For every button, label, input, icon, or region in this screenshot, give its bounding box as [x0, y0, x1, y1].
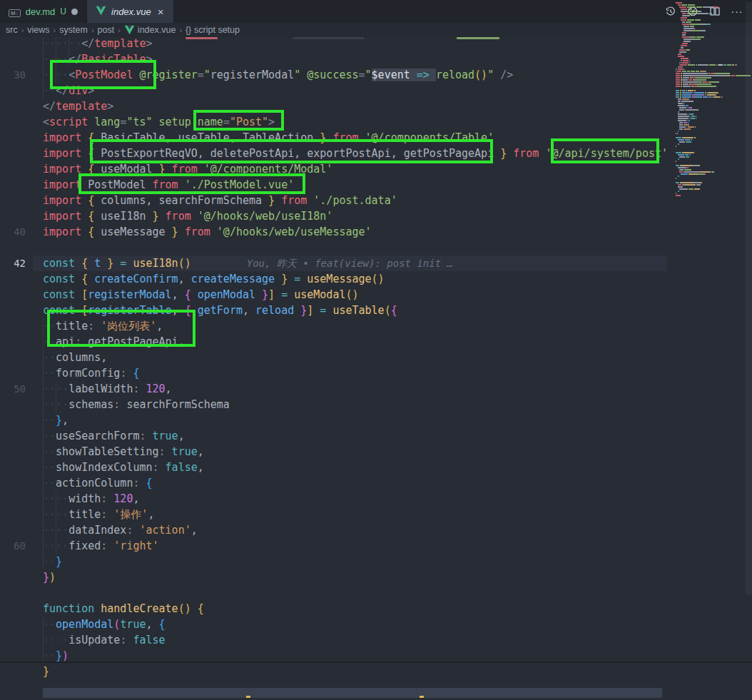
token-pun: >: [107, 100, 113, 113]
token-b2: {: [391, 304, 397, 317]
code-line-66[interactable]: ····isUpdate: false: [43, 632, 166, 648]
code-line-38[interactable]: import { columns, searchFormSchema } fro…: [43, 193, 397, 208]
code-line-61[interactable]: ··}: [43, 554, 62, 569]
token-strg: ": [204, 69, 210, 81]
breadcrumb-item-post[interactable]: post: [98, 25, 115, 35]
minimap[interactable]: [667, 2, 746, 659]
code-line-45[interactable]: const [registerTable, { getForm, reload …: [43, 303, 397, 318]
code-line-51[interactable]: ····schemas: searchFormSchema: [43, 397, 230, 412]
code-line-29[interactable]: ····</BasicTable>: [43, 51, 153, 67]
tab-dev.md[interactable]: M↓dev.mdU: [0, 0, 87, 23]
token-id: dataIndex: [68, 524, 126, 537]
code-line-60[interactable]: ····fixed: 'right': [43, 538, 159, 554]
code-line-53[interactable]: ··useSearchForm: true,: [43, 428, 185, 444]
code-line-49[interactable]: ··formConfig: {: [43, 365, 139, 381]
code-line-50[interactable]: ····labelWidth: 120,: [43, 381, 172, 397]
token-ws: ····: [43, 53, 68, 66]
code-line-68[interactable]: }: [43, 664, 49, 679]
code-editor[interactable]: ······</template>····</BasicTable>30····…: [0, 37, 752, 700]
code-line-28[interactable]: ······</template>: [43, 37, 153, 51]
token-pun: :: [139, 430, 146, 442]
clipped-line-fragment: [186, 37, 218, 39]
code-line-57[interactable]: ····width: 120,: [43, 491, 139, 507]
breadcrumb-item-script-setup[interactable]: {}script setup: [186, 25, 240, 35]
code-line-37[interactable]: import PostModel from './PostModel.vue': [43, 177, 294, 193]
close-icon[interactable]: ×: [156, 6, 166, 18]
code-line-52[interactable]: ··},: [43, 412, 68, 428]
code-line-32[interactable]: </template>: [43, 98, 113, 114]
token-b2: }: [294, 304, 307, 317]
token-b1: ): [49, 571, 56, 584]
clipped-line-fragment: [246, 696, 250, 698]
token-b1: }: [494, 147, 507, 160]
breadcrumb-item-system[interactable]: system: [59, 25, 88, 35]
breadcrumb-item-views[interactable]: views: [27, 25, 49, 35]
code-line-46[interactable]: ··title: '岗位列表',: [43, 318, 163, 334]
token-sel: $event: [372, 69, 410, 81]
code-line-39[interactable]: import { useI18n } from '@/hooks/web/use…: [43, 208, 332, 224]
tab-label: dev.md: [26, 6, 56, 17]
token-b3: {: [139, 477, 152, 490]
token-kw2: const: [43, 304, 75, 317]
token-fn: useI18n: [126, 257, 178, 270]
token-kw: import: [43, 131, 81, 144]
line-number: 60: [0, 538, 26, 554]
token-ws: ··: [43, 414, 56, 427]
token-var: reload: [249, 304, 294, 317]
token-b2: }: [43, 571, 49, 584]
token-b1: }: [313, 131, 326, 144]
token-attr: reload: [436, 69, 474, 81]
code-line-35[interactable]: import { PostExportReqVO, deletePostApi,…: [43, 146, 668, 161]
code-line-31[interactable]: ··</div>: [43, 83, 94, 98]
code-line-36[interactable]: import { useModal } from '@/components/M…: [43, 161, 332, 177]
vertical-scrollbar[interactable]: [746, 2, 752, 594]
tab-index.vue[interactable]: index.vue×: [87, 0, 174, 23]
git-status-badge: U: [60, 6, 66, 16]
token-b3: }: [56, 555, 62, 568]
token-bool: false: [159, 461, 198, 474]
token-b1: }: [153, 163, 166, 176]
code-line-54[interactable]: ··showTableSetting: true,: [43, 444, 204, 460]
token-op: =: [313, 304, 326, 317]
code-line-34[interactable]: import { BasicTable, useTable, TableActi…: [43, 130, 494, 146]
code-line-59[interactable]: ····dataIndex: 'action',: [43, 522, 198, 538]
token-id: columns, searchFormSchema: [94, 194, 262, 207]
line-number: 40: [0, 224, 26, 240]
code-line-44[interactable]: const [registerModal, { openModal }] = u…: [43, 287, 359, 303]
token-id: showTableSetting: [56, 445, 159, 458]
token-pun: :: [75, 335, 81, 348]
code-line-62[interactable]: }): [43, 569, 56, 585]
token-id: ,: [178, 273, 185, 285]
clipped-line-fragment: [420, 696, 424, 698]
code-line-58[interactable]: ····title: '操作',: [43, 507, 154, 522]
token-id: title: [56, 320, 88, 333]
dirty-indicator-icon[interactable]: [71, 9, 78, 15]
selected-line-bar[interactable]: [43, 688, 662, 698]
code-line-42[interactable]: const { t } = useI18n()You, 昨天 • feat(vi…: [43, 255, 453, 271]
breadcrumb-separator: ›: [118, 26, 121, 34]
breadcrumb-item-index.vue[interactable]: index.vue: [124, 25, 176, 35]
vue-icon: [96, 6, 106, 18]
token-strg: '@/components/Modal': [198, 163, 333, 176]
breadcrumb-item-src[interactable]: src: [6, 25, 18, 35]
token-kw: import: [43, 163, 81, 176]
token-b1: (): [178, 257, 191, 270]
token-bool: true: [146, 430, 178, 442]
code-line-55[interactable]: ··showIndexColumn: false,: [43, 460, 204, 475]
code-line-43[interactable]: const { createConfirm, createMessage } =…: [43, 271, 385, 287]
token-id: ,: [101, 351, 107, 364]
git-blame-annotation: You, 昨天 • feat(view): post init …: [247, 258, 453, 269]
code-line-56[interactable]: ··actionColumn: {: [43, 475, 153, 491]
token-id: ,: [146, 618, 153, 631]
token-num: 120: [107, 492, 133, 505]
code-line-47[interactable]: ··api: getPostPageApi,: [43, 334, 185, 350]
token-b3: {: [126, 367, 139, 380]
code-line-33[interactable]: <script lang="ts" setup name="Post">: [43, 114, 275, 130]
code-line-48[interactable]: ··columns,: [43, 350, 107, 365]
code-line-65[interactable]: ··openModal(true, {: [43, 617, 166, 632]
code-line-40[interactable]: import { useMessage } from '@/hooks/web/…: [43, 224, 372, 240]
code-line-64[interactable]: function handleCreate() {: [43, 601, 204, 617]
code-line-30[interactable]: ····<PostModel @register="registerModal"…: [43, 67, 513, 83]
token-id: actionColumn: [56, 477, 133, 490]
token-id: isUpdate: [68, 634, 120, 646]
